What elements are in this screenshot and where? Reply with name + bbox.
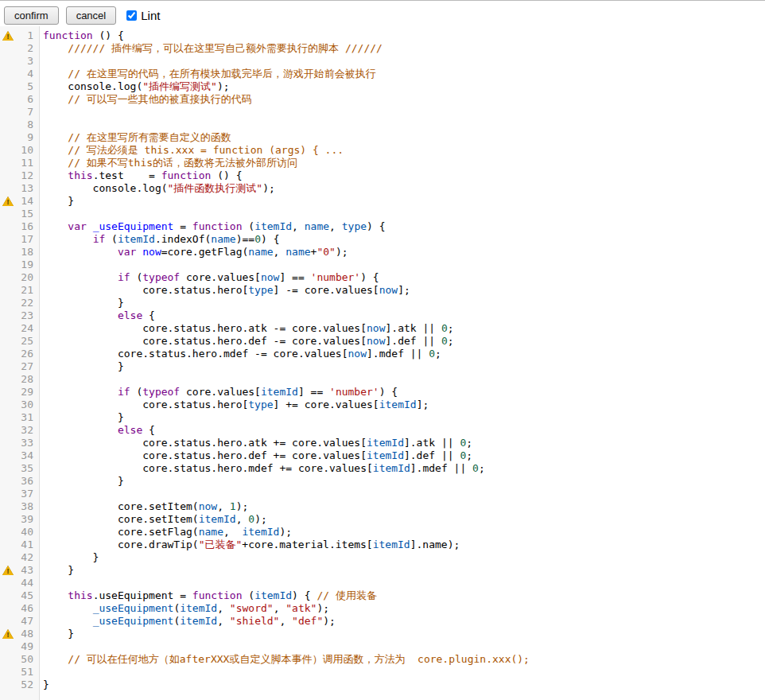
line-number: 18 (16, 246, 37, 259)
code-line[interactable]: 46 _useEquipment(itemId, "sword", "atk")… (0, 602, 765, 615)
line-number: 8 (16, 119, 37, 131)
code-line[interactable]: 48 } (0, 628, 765, 640)
code-line[interactable]: 11 // 如果不写this的话，函数将无法被外部所访问 (0, 157, 765, 169)
code-line[interactable]: 19 (0, 259, 765, 271)
cancel-button[interactable]: cancel (66, 6, 117, 25)
code-line[interactable]: 6 // 可以写一些其他的被直接执行的代码 (0, 93, 765, 106)
code-text: // 在这里写的代码，在所有模块加载完毕后，游戏开始前会被执行 (37, 68, 376, 80)
gutter-marker (0, 169, 16, 182)
code-line[interactable]: 47 _useEquipment(itemId, "shield", "def"… (0, 615, 765, 628)
lint-warning-icon[interactable] (2, 31, 14, 41)
code-text: // 可以写一些其他的被直接执行的代码 (37, 93, 252, 106)
code-line[interactable]: 25 core.status.hero.def -= core.values[n… (0, 335, 765, 348)
gutter-marker (0, 259, 16, 271)
code-text: console.log("插件函数执行测试"); (37, 182, 275, 195)
code-line[interactable]: 15 (0, 208, 765, 220)
code-text (37, 640, 43, 653)
code-line[interactable]: 3 (0, 55, 765, 68)
code-line[interactable]: 31 } (0, 411, 765, 424)
code-line[interactable]: 17 if (itemId.indexOf(name)==0) { (0, 233, 765, 246)
line-number: 25 (16, 335, 37, 348)
code-line[interactable]: 26 core.status.hero.mdef -= core.values[… (0, 348, 765, 360)
code-line[interactable]: 41 core.drawTip("已装备"+core.material.item… (0, 539, 765, 551)
line-number: 1 (16, 29, 37, 42)
code-text: console.log("插件编写测试"); (37, 80, 230, 93)
code-lines[interactable]: 1function () {2 ////// 插件编写，可以在这里写自己额外需要… (0, 26, 765, 691)
gutter-marker (0, 628, 16, 640)
code-line[interactable]: 9 // 在这里写所有需要自定义的函数 (0, 131, 765, 144)
code-text: core.setItem(now, 1); (37, 500, 248, 513)
line-number: 37 (16, 488, 37, 500)
code-line[interactable]: 52} (0, 679, 765, 691)
code-editor[interactable]: 1function () {2 ////// 插件编写，可以在这里写自己额外需要… (0, 26, 765, 700)
line-number: 17 (16, 233, 37, 246)
code-line[interactable]: 5 console.log("插件编写测试"); (0, 80, 765, 93)
line-number: 41 (16, 539, 37, 551)
code-line[interactable]: 37 (0, 488, 765, 500)
code-line[interactable]: 12 this.test = function () { (0, 169, 765, 182)
code-text: this.test = function () { (37, 169, 242, 182)
code-text (37, 373, 43, 386)
code-text: // 写法必须是 this.xxx = function (args) { ..… (37, 144, 344, 157)
code-line[interactable]: 16 var _useEquipment = function (itemId,… (0, 220, 765, 233)
code-line[interactable]: 50 // 可以在任何地方（如afterXXX或自定义脚本事件）调用函数，方法为… (0, 653, 765, 666)
code-line[interactable]: 51 (0, 666, 765, 679)
lint-toggle[interactable]: Lint (126, 9, 160, 22)
confirm-button[interactable]: confirm (4, 6, 59, 25)
gutter-marker (0, 386, 16, 399)
code-text: // 可以在任何地方（如afterXXX或自定义脚本事件）调用函数，方法为 co… (37, 653, 530, 666)
gutter-marker (0, 42, 16, 55)
code-text: core.status.hero.def -= core.values[now]… (37, 335, 454, 348)
code-line[interactable]: 7 (0, 106, 765, 119)
code-line[interactable]: 43 } (0, 564, 765, 577)
line-number: 27 (16, 360, 37, 373)
code-line[interactable]: 27 } (0, 360, 765, 373)
code-text: if (itemId.indexOf(name)==0) { (37, 233, 279, 246)
code-line[interactable]: 1function () { (0, 29, 765, 42)
code-line[interactable]: 39 core.setItem(itemId, 0); (0, 513, 765, 526)
lint-warning-icon[interactable] (2, 566, 14, 575)
line-number: 6 (16, 93, 37, 106)
code-line[interactable]: 18 var now=core.getFlag(name, name+"0"); (0, 246, 765, 259)
code-line[interactable]: 40 core.setFlag(name, itemId); (0, 526, 765, 539)
code-line[interactable]: 45 this.useEquipment = function (itemId)… (0, 589, 765, 602)
gutter-marker (0, 182, 16, 195)
code-line[interactable]: 28 (0, 373, 765, 386)
code-line[interactable]: 42 } (0, 551, 765, 564)
code-line[interactable]: 23 else { (0, 309, 765, 322)
lint-checkbox[interactable] (126, 10, 137, 21)
code-line[interactable]: 38 core.setItem(now, 1); (0, 500, 765, 513)
code-line[interactable]: 8 (0, 119, 765, 131)
lint-warning-icon[interactable] (2, 196, 14, 206)
gutter-marker (0, 513, 16, 526)
lint-warning-icon[interactable] (2, 629, 14, 639)
code-line[interactable]: 36 } (0, 475, 765, 488)
code-line[interactable]: 21 core.status.hero[type] -= core.values… (0, 284, 765, 297)
code-line[interactable]: 29 if (typeof core.values[itemId] == 'nu… (0, 386, 765, 399)
code-text: this.useEquipment = function (itemId) { … (37, 589, 377, 602)
code-line[interactable]: 22 } (0, 297, 765, 309)
code-line[interactable]: 4 // 在这里写的代码，在所有模块加载完毕后，游戏开始前会被执行 (0, 68, 765, 80)
code-line[interactable]: 24 core.status.hero.atk -= core.values[n… (0, 322, 765, 335)
code-line[interactable]: 44 (0, 577, 765, 589)
code-line[interactable]: 35 core.status.hero.mdef += core.values[… (0, 462, 765, 475)
line-number: 12 (16, 169, 37, 182)
gutter-marker (0, 488, 16, 500)
code-line[interactable]: 20 if (typeof core.values[now] == 'numbe… (0, 271, 765, 284)
code-text: core.status.hero.def += core.values[item… (37, 449, 472, 462)
code-line[interactable]: 32 else { (0, 424, 765, 437)
code-line[interactable]: 10 // 写法必须是 this.xxx = function (args) {… (0, 144, 765, 157)
gutter-marker (0, 233, 16, 246)
code-line[interactable]: 49 (0, 640, 765, 653)
code-line[interactable]: 2 ////// 插件编写，可以在这里写自己额外需要执行的脚本 ////// (0, 42, 765, 55)
code-text: core.setItem(itemId, 0); (37, 513, 267, 526)
code-line[interactable]: 14 } (0, 195, 765, 208)
line-number: 19 (16, 259, 37, 271)
code-line[interactable]: 34 core.status.hero.def += core.values[i… (0, 449, 765, 462)
code-line[interactable]: 33 core.status.hero.atk += core.values[i… (0, 437, 765, 449)
code-line[interactable]: 30 core.status.hero[type] += core.values… (0, 399, 765, 411)
code-line[interactable]: 13 console.log("插件函数执行测试"); (0, 182, 765, 195)
gutter-marker (0, 500, 16, 513)
code-text: ////// 插件编写，可以在这里写自己额外需要执行的脚本 ////// (37, 42, 382, 55)
line-number: 43 (16, 564, 37, 577)
